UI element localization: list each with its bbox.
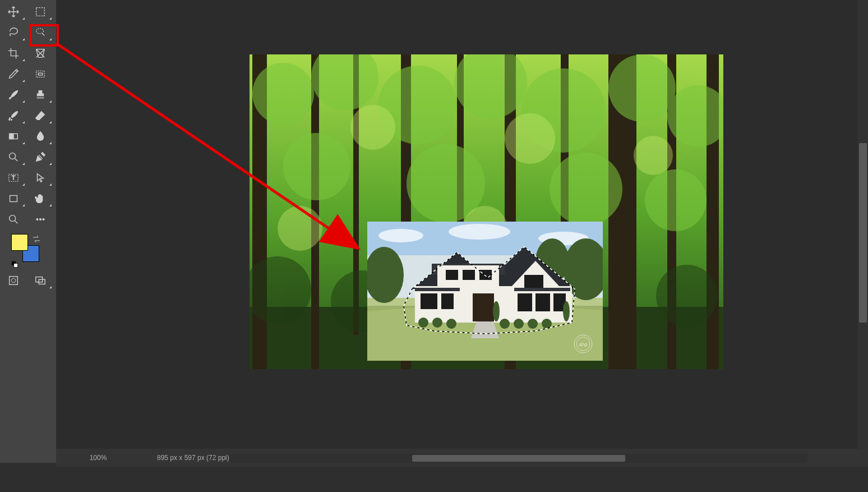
pen-tool[interactable] (27, 146, 54, 167)
marquee-tool[interactable] (27, 63, 54, 84)
foreground-color[interactable] (11, 234, 28, 251)
svg-point-41 (283, 133, 350, 200)
svg-rect-70 (518, 293, 532, 311)
tool-palette (0, 0, 56, 463)
svg-point-80 (514, 319, 524, 329)
svg-rect-18 (10, 276, 18, 284)
svg-point-13 (36, 218, 38, 220)
svg-point-76 (418, 318, 428, 328)
svg-point-4 (10, 117, 11, 118)
svg-point-77 (432, 318, 442, 328)
healing-brush-tool[interactable] (0, 105, 27, 126)
svg-rect-68 (441, 293, 454, 309)
svg-point-53 (656, 265, 718, 327)
svg-rect-8 (10, 134, 13, 139)
svg-point-43 (550, 153, 622, 226)
svg-point-84 (563, 301, 570, 321)
text-tool[interactable] (0, 167, 27, 188)
lasso-tool[interactable] (0, 22, 27, 43)
svg-rect-71 (535, 293, 550, 311)
watermark-text: ahp (579, 342, 587, 347)
zoom-level[interactable]: 100% (56, 454, 140, 462)
house-layer[interactable]: ahp (367, 222, 603, 361)
brush-tool[interactable] (0, 84, 27, 105)
svg-point-6 (9, 119, 10, 120)
svg-point-15 (43, 218, 44, 220)
svg-rect-0 (36, 7, 45, 16)
shape-tool[interactable] (0, 188, 27, 209)
svg-rect-2 (36, 71, 45, 77)
canvas-viewport[interactable]: ahp (56, 0, 868, 449)
svg-point-47 (278, 206, 322, 251)
blur-tool[interactable] (27, 126, 54, 146)
crop-tool[interactable] (0, 43, 27, 63)
quickmask-toggle[interactable] (0, 270, 27, 291)
svg-rect-74 (415, 288, 460, 291)
path-select-tool[interactable] (27, 167, 54, 188)
svg-point-9 (10, 153, 16, 159)
gradient-tool[interactable] (0, 126, 27, 146)
svg-rect-75 (514, 288, 570, 291)
svg-point-79 (500, 319, 510, 329)
svg-point-39 (608, 54, 676, 122)
svg-point-19 (11, 278, 15, 282)
vertical-scrollbar[interactable] (858, 0, 868, 449)
annotation-highlight-box (29, 24, 59, 47)
horizontal-scrollbar[interactable] (230, 454, 807, 463)
app-root: ahp 100% 895 px x 597 px (72 ppi) 〉 〈 (0, 0, 868, 492)
screen-mode-tool[interactable] (27, 270, 54, 291)
svg-point-44 (645, 169, 707, 231)
svg-point-45 (350, 105, 395, 150)
svg-rect-73 (473, 293, 494, 321)
svg-point-49 (634, 136, 673, 175)
more-tool[interactable] (27, 209, 54, 229)
svg-point-55 (449, 224, 510, 240)
svg-rect-65 (463, 270, 475, 280)
svg-point-54 (378, 229, 423, 242)
vertical-scroll-thumb[interactable] (859, 143, 867, 323)
svg-point-57 (367, 247, 404, 303)
stamp-tool[interactable] (27, 84, 54, 105)
svg-point-83 (493, 301, 500, 321)
svg-point-78 (446, 319, 456, 329)
svg-point-14 (40, 218, 41, 220)
svg-point-5 (11, 119, 12, 120)
horizontal-scroll-thumb[interactable] (412, 455, 625, 462)
svg-rect-69 (524, 275, 543, 289)
eraser-tool[interactable] (27, 105, 54, 126)
svg-rect-64 (446, 270, 458, 280)
zoom-tool[interactable] (0, 209, 27, 229)
color-swatches[interactable] (11, 234, 45, 268)
move-tool[interactable] (0, 1, 27, 22)
house-render: ahp (367, 222, 603, 361)
svg-point-81 (528, 319, 538, 329)
svg-rect-17 (14, 264, 18, 268)
canvas-image[interactable]: ahp (250, 54, 723, 369)
hand-tool[interactable] (27, 188, 54, 209)
svg-point-46 (505, 113, 555, 164)
svg-rect-66 (479, 270, 492, 280)
svg-point-12 (10, 215, 16, 221)
svg-rect-67 (421, 293, 437, 309)
swap-colors-icon[interactable] (31, 234, 41, 244)
dodge-tool[interactable] (0, 146, 27, 167)
rect-select-tool[interactable] (27, 1, 54, 22)
svg-rect-3 (38, 73, 42, 75)
svg-point-34 (252, 63, 314, 125)
svg-rect-11 (10, 195, 17, 201)
eyedropper-tool[interactable] (0, 63, 27, 84)
